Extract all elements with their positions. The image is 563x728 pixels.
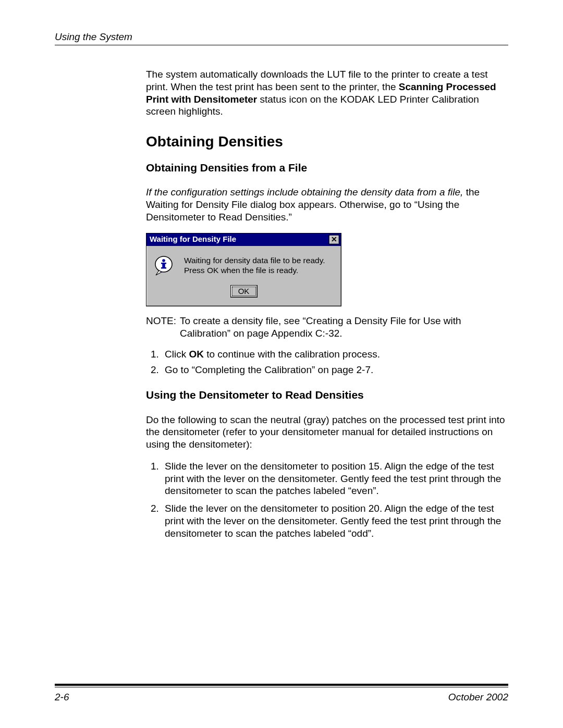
- footer-date: October 2002: [448, 692, 508, 703]
- densitometer-paragraph: Do the following to scan the neutral (gr…: [146, 414, 508, 451]
- steps-file: Click OK to continue with the calibratio…: [146, 348, 508, 376]
- page-number: 2-6: [55, 692, 69, 703]
- note-text: To create a density file, see “Creating …: [180, 315, 508, 340]
- dialog-line2: Press OK when the file is ready.: [184, 265, 325, 275]
- step-1b: OK: [189, 349, 204, 360]
- svg-rect-4: [161, 267, 166, 269]
- dialog-body: Waiting for density data file to be read…: [146, 246, 341, 279]
- from-file-paragraph: If the configuration settings include ob…: [146, 186, 508, 223]
- page-footer: 2-6 October 2002: [55, 684, 508, 703]
- svg-rect-3: [161, 263, 166, 264]
- dialog-message: Waiting for density data file to be read…: [184, 255, 325, 276]
- dens-step-2: Slide the lever on the densitometer to p…: [162, 502, 508, 539]
- dialog-line1: Waiting for density data file to be read…: [184, 255, 325, 265]
- waiting-dialog: Waiting for Density File ✕ Waiting for d…: [146, 233, 341, 307]
- step-1: Click OK to continue with the calibratio…: [162, 348, 508, 361]
- footer-rule-thin: [55, 687, 508, 687]
- info-icon: [154, 255, 175, 276]
- step-1c: to continue with the calibration process…: [204, 349, 380, 360]
- heading-densitometer: Using the Densitometer to Read Densities: [146, 388, 508, 402]
- step-1a: Click: [165, 349, 189, 360]
- from-file-italic: If the configuration settings include ob…: [146, 187, 463, 198]
- note: NOTE: To create a density file, see “Cre…: [146, 315, 508, 340]
- heading-from-file: Obtaining Densities from a File: [146, 161, 508, 175]
- heading-obtaining-densities: Obtaining Densities: [146, 132, 508, 151]
- dialog-button-row: OK: [146, 279, 341, 306]
- close-icon[interactable]: ✕: [329, 235, 339, 244]
- steps-densitometer: Slide the lever on the densitometer to p…: [146, 460, 508, 540]
- dialog-title: Waiting for Density File: [150, 235, 236, 244]
- main-content: The system automatically downloads the L…: [146, 68, 508, 539]
- step-2: Go to “Completing the Calibration” on pa…: [162, 364, 508, 376]
- running-header: Using the System: [55, 31, 508, 43]
- ok-button[interactable]: OK: [230, 285, 258, 298]
- header-rule: [55, 45, 508, 45]
- note-label: NOTE:: [146, 315, 180, 340]
- dens-step-1: Slide the lever on the densitometer to p…: [162, 460, 508, 497]
- dialog-titlebar: Waiting for Density File ✕: [146, 233, 341, 246]
- svg-point-1: [162, 259, 165, 262]
- intro-paragraph: The system automatically downloads the L…: [146, 68, 508, 118]
- footer-rule-thick: [55, 684, 508, 686]
